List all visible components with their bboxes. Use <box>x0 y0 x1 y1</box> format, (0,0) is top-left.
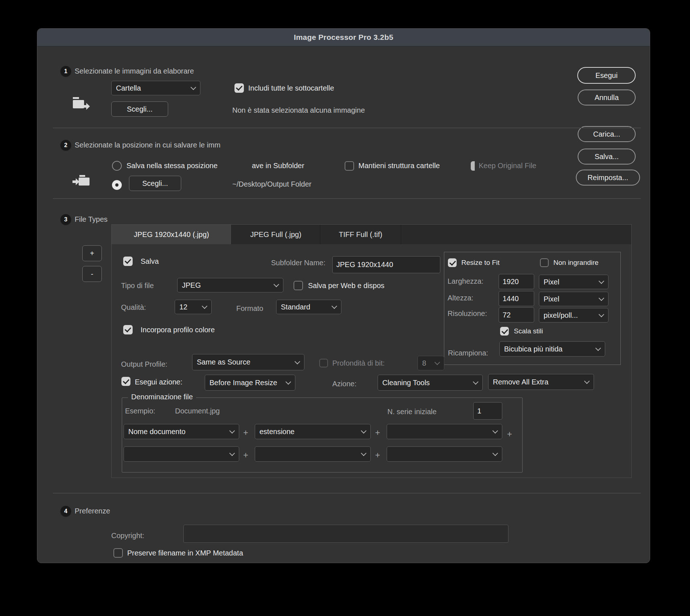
source-type-select[interactable]: Cartella <box>111 81 200 95</box>
save-to-folder-radio[interactable] <box>112 180 122 190</box>
subfolder-name-value: JPEG 1920x1440 <box>336 261 393 269</box>
quality-select[interactable]: 12 <box>175 300 212 314</box>
bit-depth-label: Profondità di bit: <box>332 359 385 367</box>
action-name-select[interactable]: Remove All Extra <box>488 374 594 390</box>
quality-value: 12 <box>179 303 187 311</box>
reimposta-button[interactable]: Reimposta... <box>576 170 640 186</box>
resample-select[interactable]: Bicubica più nitida <box>499 341 605 357</box>
save-for-web-label: Salva per Web e dispos <box>308 282 385 290</box>
height-input[interactable]: 1440 <box>499 291 534 306</box>
width-unit-value: Pixel <box>544 278 559 286</box>
save-same-position-radio[interactable] <box>112 161 122 171</box>
section3-title: File Types <box>75 215 108 224</box>
width-label: Larghezza: <box>448 277 483 286</box>
naming-select-1-1[interactable]: Nome documento <box>124 424 239 439</box>
width-unit-select[interactable]: Pixel <box>539 275 608 289</box>
esegui-button[interactable]: Esegui <box>577 67 636 84</box>
include-subfolders-checkbox[interactable] <box>234 83 244 93</box>
height-unit-select[interactable]: Pixel <box>539 292 608 306</box>
titlebar[interactable]: Image Processor Pro 3.2b5 <box>37 29 650 46</box>
resolution-value: 72 <box>503 311 511 319</box>
scale-styles-label: Scala stili <box>514 327 543 335</box>
serial-input[interactable]: 1 <box>473 402 502 420</box>
embed-profile-label: Incorpora profilo colore <box>141 326 215 334</box>
naming-select-2-2[interactable] <box>255 446 371 462</box>
bit-depth-value: 8 <box>422 359 426 367</box>
format-select[interactable]: Standard <box>276 300 341 314</box>
section2-badge: 2 <box>61 140 71 150</box>
tab-tiff-full[interactable]: TIFF Full (.tif) <box>320 225 401 244</box>
section1-title: Selezionate le immagini da elaborare <box>75 67 194 75</box>
source-status-text: Non è stata selezionata alcuna immagine <box>232 106 365 115</box>
run-action-when-select[interactable]: Before Image Resize <box>205 375 295 391</box>
output-profile-select[interactable]: Same as Source <box>192 354 304 370</box>
choose-destination-button[interactable]: Scegli... <box>129 176 181 191</box>
resample-value: Bicubica più nitida <box>504 345 562 353</box>
filetypes-panel: JPEG 1920x1440 (.jpg) JPEG Full (.jpg) T… <box>111 224 632 478</box>
choose-source-button[interactable]: Scegli... <box>111 101 168 117</box>
naming-plus-1-2: + <box>375 428 380 438</box>
divider-3 <box>53 493 641 494</box>
source-type-value: Cartella <box>116 84 141 92</box>
tab-jpeg-full[interactable]: JPEG Full (.jpg) <box>232 225 320 244</box>
action-set-select[interactable]: Cleaning Tools <box>378 375 483 391</box>
bit-depth-checkbox <box>319 359 328 367</box>
naming-plus-2-2: + <box>375 450 380 460</box>
include-subfolders-label: Includi tutte le sottocartelle <box>248 84 334 92</box>
naming-select-2-3[interactable] <box>387 446 502 462</box>
file-type-value: JPEG <box>182 281 201 290</box>
image-processor-dialog: Image Processor Pro 3.2b5 Esegui Annulla… <box>37 28 650 563</box>
file-type-select[interactable]: JPEG <box>177 278 283 292</box>
subfolder-name-input[interactable]: JPEG 1920x1440 <box>332 256 440 273</box>
screen: Image Processor Pro 3.2b5 Esegui Annulla… <box>0 0 690 616</box>
section4-title: Preferenze <box>75 507 110 515</box>
filetypes-tabstrip: JPEG 1920x1440 (.jpg) JPEG Full (.jpg) T… <box>112 225 631 244</box>
add-filetype-button[interactable]: + <box>82 245 102 261</box>
section1-badge: 1 <box>61 66 71 76</box>
action-set-value: Cleaning Tools <box>382 379 430 387</box>
keep-structure-checkbox[interactable] <box>345 161 354 171</box>
remove-filetype-button[interactable]: - <box>82 266 102 282</box>
preserve-filename-checkbox[interactable] <box>113 548 123 558</box>
serial-label: N. serie iniziale <box>387 408 437 416</box>
resolution-unit-select[interactable]: pixel/poll... <box>539 308 608 322</box>
resize-to-fit-checkbox[interactable] <box>448 258 457 267</box>
example-label: Esempio: <box>125 407 155 415</box>
section3-badge: 3 <box>61 214 71 225</box>
output-profile-value: Same as Source <box>197 358 250 366</box>
no-enlarge-checkbox[interactable] <box>540 258 549 267</box>
embed-profile-checkbox[interactable] <box>123 325 133 334</box>
output-path-text: ~/Desktop/Output Folder <box>232 180 311 188</box>
serial-value: 1 <box>477 407 481 415</box>
format-label: Formato <box>236 304 263 313</box>
quality-label: Qualità: <box>121 303 146 312</box>
naming-select-1-3[interactable] <box>387 424 502 439</box>
naming-select-1-2[interactable]: estensione <box>255 424 371 439</box>
naming-select-2-1[interactable] <box>124 446 239 462</box>
action-label: Azione: <box>332 380 357 388</box>
width-input[interactable]: 1920 <box>499 274 534 289</box>
naming-plus-2-1: + <box>243 450 248 460</box>
annulla-button[interactable]: Annulla <box>578 90 636 105</box>
width-value: 1920 <box>503 278 519 286</box>
keep-original-label: Keep Original File <box>479 162 536 170</box>
save-filetype-checkbox[interactable] <box>123 257 133 266</box>
resize-panel: Resize to Fit Non ingrandire Larghezza: … <box>444 252 621 365</box>
salva-button[interactable]: Salva... <box>578 149 636 165</box>
naming-value-1-1: Nome documento <box>128 428 186 436</box>
action-name-value: Remove All Extra <box>493 378 548 386</box>
scale-styles-checkbox[interactable] <box>500 327 509 336</box>
copyright-input[interactable] <box>183 525 508 543</box>
run-action-checkbox[interactable] <box>121 377 130 386</box>
no-enlarge-label: Non ingrandire <box>553 259 599 267</box>
save-in-subfolder-overlap-text: ave in Subfolder <box>252 162 304 170</box>
folder-save-icon <box>72 173 91 190</box>
example-value: Document.jpg <box>175 407 220 415</box>
output-profile-label: Output Profile: <box>121 360 167 369</box>
divider-1 <box>53 128 641 128</box>
tab-jpeg-1920x1440[interactable]: JPEG 1920x1440 (.jpg) <box>112 225 232 244</box>
height-label: Altezza: <box>448 294 473 302</box>
save-for-web-checkbox[interactable] <box>294 281 303 290</box>
resolution-input[interactable]: 72 <box>499 307 534 322</box>
carica-button[interactable]: Carica... <box>578 126 636 142</box>
